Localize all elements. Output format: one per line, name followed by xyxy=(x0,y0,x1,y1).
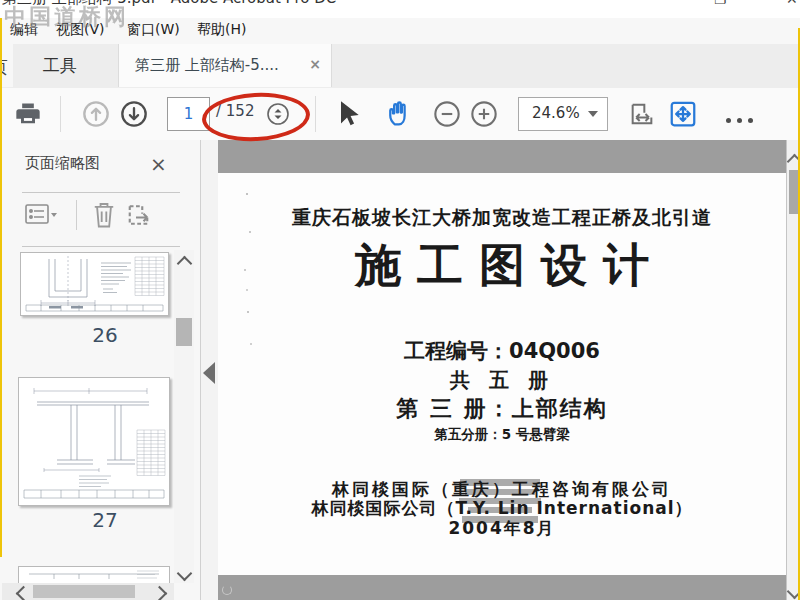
panel-scrollbar[interactable] xyxy=(174,250,194,583)
zoom-level-value: 24.6% xyxy=(532,104,580,122)
panel-hscrollbar[interactable] xyxy=(2,583,174,600)
menu-view[interactable]: 视图(V) xyxy=(56,21,105,39)
tab-tools[interactable]: 工具 xyxy=(14,44,106,87)
zoom-out-icon[interactable] xyxy=(433,100,461,128)
delete-page-icon[interactable] xyxy=(90,200,118,230)
crop-page-icon[interactable] xyxy=(126,200,156,230)
menu-bar: 编辑 视图(V) 窗口(W) 帮助(H) xyxy=(0,18,800,44)
hand-tool-icon[interactable] xyxy=(384,98,414,128)
scan-artifacts xyxy=(246,193,248,195)
page-corner-artifact xyxy=(222,585,232,595)
fit-page-icon[interactable] xyxy=(668,99,698,129)
panel-close-icon[interactable]: × xyxy=(150,152,167,176)
select-tool-icon[interactable] xyxy=(334,99,362,127)
scroll-down-icon[interactable] xyxy=(177,566,193,582)
tab-bar: 页 工具 第三册 上部结构-5.... × ? 登录 xyxy=(0,44,800,89)
thumbnails-panel: 页面缩略图 × 26 xyxy=(0,140,201,600)
doc-date-line: 2004年8月 xyxy=(218,517,786,540)
next-page-icon[interactable] xyxy=(120,100,148,128)
fit-width-icon[interactable] xyxy=(628,100,656,128)
window-titlebar: 第三册 上部结构-5.pdf - Adobe Acrobat Pro DC ❐ … xyxy=(0,0,800,18)
panel-hscrollbar-thumb[interactable] xyxy=(33,585,135,598)
menu-help[interactable]: 帮助(H) xyxy=(197,21,246,39)
scroll-left-icon[interactable] xyxy=(16,586,32,600)
scroll-right-icon[interactable] xyxy=(152,586,168,600)
more-tools-icon[interactable] xyxy=(726,108,766,118)
tab-document[interactable]: 第三册 上部结构-5.... × xyxy=(118,44,332,87)
maximize-button[interactable]: ❐ xyxy=(714,0,727,7)
document-area: 重庆石板坡长江大桥加宽改造工程正桥及北引道 施工图设计 工程编号：04Q006 … xyxy=(218,140,786,600)
highlight-line-left xyxy=(0,18,2,557)
doc-project-no: 工程编号：04Q006 xyxy=(218,337,786,365)
zoom-in-icon[interactable] xyxy=(470,100,498,128)
thumbnail-page-26[interactable] xyxy=(20,252,169,316)
print-icon[interactable] xyxy=(14,100,42,128)
scroll-up-icon[interactable] xyxy=(177,256,193,272)
menu-edit[interactable]: 编辑 xyxy=(10,21,38,39)
document-scrollbar-thumb[interactable] xyxy=(789,170,798,214)
panel-toolbar-divider xyxy=(76,200,77,230)
close-button[interactable]: ✕ xyxy=(786,0,798,7)
thumbnail-label-27[interactable]: 27 xyxy=(30,508,180,532)
doc-main-title: 施工图设计 xyxy=(218,235,786,297)
doc-volume-line: 第 三 册：上部结构 xyxy=(218,394,786,424)
panel-scrollbar-thumb[interactable] xyxy=(176,318,192,346)
acrobat-window: 第三册 上部结构-5.pdf - Adobe Acrobat Pro DC ❐ … xyxy=(0,0,800,600)
collapse-panel-icon[interactable] xyxy=(203,362,215,384)
toolbar-divider xyxy=(60,96,61,132)
previous-page-icon[interactable] xyxy=(82,100,110,128)
toolbar-divider xyxy=(315,96,316,132)
doc-volumes-line: 共 五 册 xyxy=(218,367,786,394)
menu-window[interactable]: 窗口(W) xyxy=(127,21,180,39)
doc-sub-volume-line: 第五分册：5 号悬臂梁 xyxy=(218,426,786,444)
thumbnail-options-icon[interactable] xyxy=(24,202,58,228)
doc-header-line: 重庆石板坡长江大桥加宽改造工程正桥及北引道 xyxy=(218,205,786,231)
panel-divider xyxy=(22,246,180,247)
chevron-down-icon xyxy=(588,111,598,117)
tab-close-icon[interactable]: × xyxy=(309,56,321,72)
panel-title: 页面缩略图 xyxy=(25,154,100,173)
window-title: 第三册 上部结构-5.pdf - Adobe Acrobat Pro DC xyxy=(2,0,336,9)
tab-document-label: 第三册 上部结构-5.... xyxy=(135,56,279,75)
main-toolbar: 1 / 152 24.6% xyxy=(0,88,800,141)
panel-divider xyxy=(22,192,180,193)
pdf-page[interactable]: 重庆石板坡长江大桥加宽改造工程正桥及北引道 施工图设计 工程编号：04Q006 … xyxy=(218,173,786,575)
thumbnail-label-26[interactable]: 26 xyxy=(30,323,180,347)
zoom-level-dropdown[interactable]: 24.6% xyxy=(518,97,608,131)
thumbnail-page-27[interactable] xyxy=(18,377,170,506)
